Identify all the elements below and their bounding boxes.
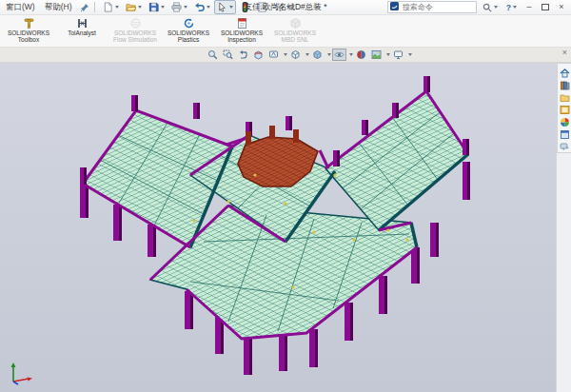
save-button[interactable] (146, 0, 167, 14)
print-button[interactable] (168, 0, 190, 14)
tolanalyst-icon (76, 17, 89, 29)
undo-button[interactable] (191, 0, 213, 14)
select-button[interactable] (214, 0, 236, 14)
task-pane-tabs (557, 63, 571, 153)
hide-show-items-button[interactable] (332, 49, 346, 61)
toolbar-separator (94, 2, 95, 12)
new-document-button[interactable] (100, 0, 122, 14)
menubar: 窗口(W) 帮助(H) (0, 1, 89, 14)
chevron-down-icon[interactable] (349, 53, 353, 56)
file-explorer-icon[interactable] (559, 91, 571, 103)
plastics-icon (183, 17, 195, 29)
solidworks-mbd-button: SOLIDWORKS MBD SNL (268, 16, 322, 44)
chevron-down-icon (229, 6, 233, 9)
button-label: SOLIDWORKS Plastics (162, 29, 215, 44)
apply-scene-button[interactable] (369, 49, 384, 61)
tolanalyst-button[interactable]: TolAnalyst (55, 16, 108, 36)
menu-help[interactable]: 帮助(H) (43, 1, 74, 14)
chevron-down-icon (494, 6, 498, 9)
chevron-down-icon[interactable] (284, 53, 287, 56)
help-label: ? (506, 3, 511, 12)
titlebar: 窗口(W) 帮助(H) (0, 0, 571, 15)
graphics-viewport[interactable] (0, 63, 571, 392)
display-style-button[interactable] (310, 49, 325, 61)
chevron-down-icon[interactable] (327, 53, 331, 56)
solidworks-resources-home-icon[interactable] (559, 67, 571, 78)
search-input[interactable] (401, 2, 471, 12)
reference-triad (6, 359, 34, 385)
open-button[interactable] (123, 0, 145, 14)
close-button[interactable]: × (555, 2, 568, 12)
solidworks-inspection-button[interactable]: SOLIDWORKS Inspection (215, 16, 268, 44)
chevron-down-icon[interactable] (305, 53, 309, 56)
model-canvas[interactable] (0, 63, 571, 392)
heads-up-view-toolbar (206, 49, 412, 61)
zoom-to-fit-button[interactable] (206, 49, 220, 61)
restore-button[interactable] (539, 2, 552, 12)
options-button[interactable] (271, 0, 293, 14)
chevron-down-icon (115, 6, 119, 9)
minimize-button[interactable]: – (522, 2, 536, 12)
chevron-down-icon (207, 6, 210, 9)
menu-window[interactable]: 窗口(W) (4, 1, 37, 14)
button-label: SOLIDWORKS Inspection (215, 29, 268, 44)
chevron-down-icon (184, 6, 187, 9)
chevron-down-icon[interactable] (386, 53, 390, 56)
rebuild-button[interactable] (237, 0, 253, 14)
view-toolbar-band: × (0, 48, 571, 63)
chevron-down-icon (286, 6, 290, 9)
toolbox-icon (23, 17, 35, 29)
chevron-down-icon (161, 6, 165, 9)
view-palette-icon[interactable] (559, 104, 571, 115)
previous-view-button[interactable] (236, 49, 250, 61)
chevron-down-icon[interactable] (408, 53, 412, 56)
design-library-icon[interactable] (559, 79, 571, 90)
flow-simulation-icon (129, 17, 142, 29)
search-box (387, 1, 477, 13)
appearances-scenes-icon[interactable] (559, 116, 571, 127)
section-view-button[interactable] (251, 49, 266, 61)
chevron-down-icon (138, 6, 142, 9)
model-deck-plates[interactable] (83, 91, 468, 339)
button-label: TolAnalyst (68, 29, 96, 36)
solidworks-toolbox-button[interactable]: SOLIDWORKS Toolbox (2, 16, 55, 44)
view-settings-button[interactable] (391, 49, 405, 61)
button-label: SOLIDWORKS Flow Simulation (108, 29, 162, 44)
edit-appearance-button[interactable] (354, 49, 368, 61)
help-button[interactable]: ? (503, 1, 520, 14)
close-toolbar-icon[interactable]: × (562, 48, 567, 57)
search-options-button[interactable] (480, 1, 501, 14)
quick-access-toolbar (100, 0, 293, 14)
custom-properties-icon[interactable] (559, 128, 571, 140)
mbd-icon (289, 17, 302, 29)
zoom-to-area-button[interactable] (221, 49, 235, 61)
chevron-down-icon (513, 6, 517, 9)
file-properties-button[interactable] (254, 0, 270, 14)
inspection-icon (236, 17, 248, 29)
button-label: SOLIDWORKS MBD SNL (268, 29, 322, 44)
restore-icon (541, 4, 549, 10)
command-manager: SOLIDWORKS Toolbox TolAnalyst SOLIDWORKS… (0, 15, 571, 48)
solidworks-flow-simulation-button: SOLIDWORKS Flow Simulation (108, 16, 162, 44)
solidworks-forum-icon[interactable] (559, 141, 571, 152)
task-pane-strip (556, 63, 571, 392)
dynamic-annotation-button[interactable] (266, 49, 281, 61)
view-orientation-button[interactable] (288, 49, 303, 61)
solidworks-search-icon (390, 2, 399, 12)
pin-menu-icon[interactable] (80, 3, 89, 12)
solidworks-plastics-button[interactable]: SOLIDWORKS Plastics (162, 16, 215, 44)
button-label: SOLIDWORKS Toolbox (2, 29, 55, 44)
